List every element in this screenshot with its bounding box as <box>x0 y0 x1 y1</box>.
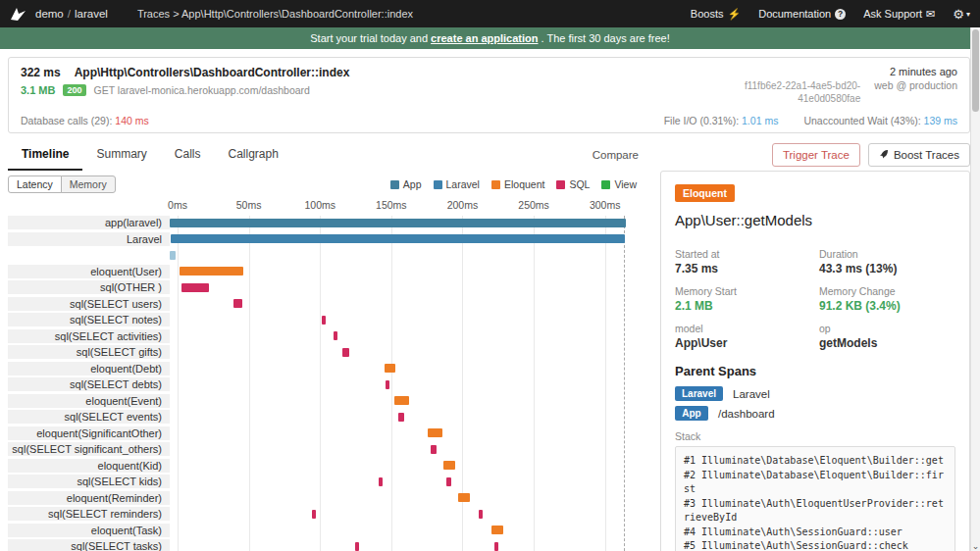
compare-link[interactable]: Compare <box>593 149 646 161</box>
nav-ask-support[interactable]: Ask Support ✉ <box>863 8 935 21</box>
timeline-row-track <box>170 265 641 278</box>
timeline-row: sql(SELECT gifts) <box>8 345 646 359</box>
timeline-row-track <box>170 232 641 246</box>
nav-boosts[interactable]: Boosts ⚡ <box>691 8 741 21</box>
timeline-row: sql(OTHER ) <box>8 280 646 294</box>
legend-swatch-icon <box>390 180 399 189</box>
axis-tick-label: 250ms <box>518 199 549 211</box>
timeline-span-bar[interactable] <box>398 413 404 422</box>
org-app-separator: / <box>68 8 71 20</box>
timeline-row-label: sql(SELECT debts) <box>8 377 170 391</box>
parent-span-badge[interactable]: Laravel <box>675 386 723 401</box>
timeline-span-bar[interactable] <box>379 477 383 486</box>
stat-value: 2.1 MB <box>675 299 811 313</box>
latency-toggle-button[interactable]: Latency <box>8 175 62 193</box>
timeline-row-track <box>170 491 641 505</box>
timeline-span-bar[interactable] <box>181 283 209 292</box>
timeline-span-bar[interactable] <box>334 331 337 340</box>
status-badge: 200 <box>63 84 85 96</box>
timeline-span-bar[interactable] <box>394 396 409 405</box>
tab-timeline[interactable]: Timeline <box>8 139 82 171</box>
trace-id: f11fb6e2-22a1-4ae5-bd20- 41e0d0580fae <box>745 79 860 105</box>
timeline-span-bar[interactable] <box>322 316 326 325</box>
timeline-span-bar[interactable] <box>491 526 503 534</box>
axis-tick-label: 200ms <box>447 199 479 211</box>
timeline-row-track <box>170 377 641 391</box>
timeline-row: sql(SELECT activities) <box>8 329 646 343</box>
trace-time-ago: 2 minutes ago <box>890 66 957 77</box>
boost-traces-button[interactable]: Boost Traces <box>868 143 970 167</box>
timeline-span-bar[interactable] <box>170 251 176 260</box>
create-application-link[interactable]: create an application <box>431 32 538 44</box>
stat-cell: modelApp\User <box>675 317 811 350</box>
scout-logo-icon[interactable] <box>10 6 27 22</box>
timeline-row-label: eloquent(SignificantOther) <box>8 426 170 440</box>
timeline-span-bar[interactable] <box>342 348 349 357</box>
tab-callgraph[interactable]: Callgraph <box>214 139 291 171</box>
parent-span-badge[interactable]: App <box>675 406 708 421</box>
timeline-row-track <box>170 313 641 326</box>
timeline-row-track <box>170 280 641 294</box>
trigger-trace-button[interactable]: Trigger Trace <box>772 143 860 167</box>
parent-span-row: LaravelLaravel <box>675 386 955 401</box>
timeline-span-bar[interactable] <box>446 477 450 486</box>
stack-label: Stack <box>675 430 955 442</box>
trace-host: web @ production <box>874 79 957 91</box>
stat-cell: opgetModels <box>819 317 955 350</box>
timeline-span-bar[interactable] <box>458 493 470 502</box>
timeline-row-label: sql(OTHER ) <box>8 280 170 294</box>
vertical-scrollbar[interactable]: ⌄ <box>970 27 980 551</box>
nav-documentation-label: Documentation <box>758 8 831 20</box>
stat-label: Started at <box>675 248 811 260</box>
stat-cell: Duration43.3 ms (13%) <box>819 242 955 276</box>
trigger-trace-label: Trigger Trace <box>783 149 850 161</box>
timeline-span-bar[interactable] <box>180 267 243 276</box>
trace-url: GET laravel-monica.herokuapp.com/dashboa… <box>94 84 310 96</box>
trace-endpoint: App\Http\Controllers\DashboardController… <box>75 66 350 79</box>
nav-documentation[interactable]: Documentation ? <box>758 8 846 20</box>
timeline-span-bar[interactable] <box>312 510 316 519</box>
timeline-span-bar[interactable] <box>386 380 389 389</box>
timeline-span-bar[interactable] <box>431 445 437 454</box>
legend-swatch-icon <box>434 180 442 189</box>
app-name[interactable]: laravel <box>75 8 108 20</box>
scrollbar-thumb[interactable] <box>972 29 979 112</box>
memory-toggle-button[interactable]: Memory <box>61 175 116 193</box>
stat-value: 91.2 KB (3.4%) <box>819 299 955 313</box>
timeline-row-label: sql(SELECT tasks) <box>8 539 170 551</box>
trial-banner: Start your trial today and create an app… <box>0 27 980 49</box>
timeline-row-label: sql(SELECT users) <box>8 297 170 311</box>
timeline-row-label: eloquent(User) <box>8 265 170 278</box>
timeline-span-bar[interactable] <box>494 542 498 551</box>
timeline-span-bar[interactable] <box>170 219 626 227</box>
settings-menu[interactable]: ⚙ ▾ <box>953 7 970 22</box>
legend-swatch-icon <box>601 180 610 189</box>
stat-value: 43.3 ms (13%) <box>819 262 955 276</box>
timeline-row-track <box>170 216 641 229</box>
rocket-icon <box>879 149 889 161</box>
timeline-row-label: eloquent(Reminder) <box>8 491 170 505</box>
timeline-row-track <box>170 507 641 521</box>
timeline-span-bar[interactable] <box>443 461 455 470</box>
org-name[interactable]: demo <box>35 8 64 20</box>
timeline-span-bar[interactable] <box>355 542 359 551</box>
timeline-row: eloquent(Debt) <box>8 362 646 376</box>
timeline-span-bar[interactable] <box>428 428 442 437</box>
timeline-row: sql(SELECT reminders) <box>8 507 646 521</box>
timeline-row <box>8 248 646 262</box>
timeline-legend: AppLaravelEloquentSQLView <box>390 178 646 190</box>
timeline-row-track <box>170 442 641 456</box>
tab-calls[interactable]: Calls <box>161 139 215 171</box>
timeline-row-track <box>170 475 641 488</box>
scroll-down-arrow-icon[interactable]: ⌄ <box>971 541 980 551</box>
timeline-row: eloquent(Task) <box>8 524 646 537</box>
nav-ask-support-label: Ask Support <box>863 8 922 20</box>
axis-tick-label: 300ms <box>590 199 621 211</box>
timeline-span-bar[interactable] <box>479 510 483 519</box>
timeline-span-bar[interactable] <box>385 364 396 373</box>
timeline-row-label: eloquent(Kid) <box>8 459 170 473</box>
timeline-span-bar[interactable] <box>233 299 242 308</box>
timeline-axis: 0ms50ms100ms150ms200ms250ms300ms <box>178 196 641 216</box>
timeline-span-bar[interactable] <box>171 234 625 243</box>
tab-summary[interactable]: Summary <box>82 139 160 171</box>
